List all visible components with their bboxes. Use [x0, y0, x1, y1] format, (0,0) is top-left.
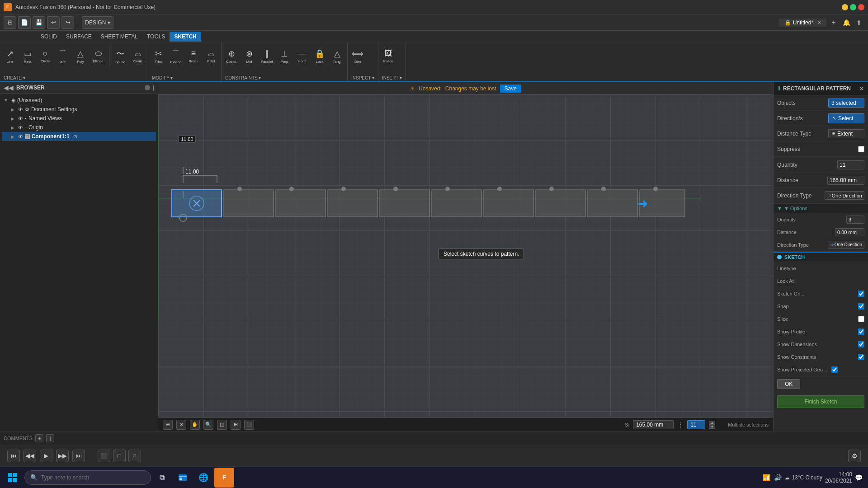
constraint-midpoint[interactable]: ⊗ Mid [241, 44, 257, 68]
skip-start-button[interactable]: ⏮ [7, 450, 20, 462]
extend-tool[interactable]: ⌒ Extend [168, 44, 184, 68]
modify-label[interactable]: MODIFY ▾ [148, 75, 221, 81]
circle-tool[interactable]: ○ Circle [37, 44, 53, 68]
tree-doc-settings[interactable]: ▶ 👁 ⚙ Document Settings [2, 105, 156, 114]
share-button[interactable]: ⬆ [854, 17, 864, 28]
viewport[interactable]: ⚠ Unsaved: Changes may be lost Save [158, 82, 773, 431]
tree-component[interactable]: ▶ 👁 □ Component1:1 ⊙ [2, 132, 156, 141]
task-view-button[interactable]: ⧉ [152, 468, 172, 488]
view-cube-button[interactable]: ⬛ [244, 420, 254, 430]
fusion360-button[interactable]: F [214, 468, 234, 488]
tree-arrow-views[interactable]: ▶ [11, 116, 16, 121]
show-constraints-checkbox[interactable] [858, 354, 864, 360]
doc-tab[interactable]: 🔒 Untitled* × [779, 19, 826, 27]
timeline-icon-1[interactable]: ⬛ [98, 450, 110, 462]
objects-value[interactable]: 3 selected [828, 99, 864, 108]
forward-button[interactable]: ▶▶ [56, 450, 69, 462]
constraints-label[interactable]: CONSTRAINTS ▾ [222, 75, 347, 81]
tab-surface[interactable]: SURFACE [61, 32, 96, 42]
save-changes-button[interactable]: Save [500, 84, 521, 93]
tab-sketch[interactable]: SKETCH [170, 32, 201, 42]
add-comment-button[interactable]: + [35, 434, 43, 442]
polygon-tool[interactable]: △ Poly [72, 44, 89, 68]
undo-button[interactable]: ↩ [47, 16, 60, 29]
pan-button[interactable]: ✋ [190, 420, 200, 430]
dir-type-dropdown[interactable]: ⇒ One Direction [825, 191, 864, 200]
playback-settings-button[interactable]: ⚙ [848, 450, 861, 462]
inspect-dim[interactable]: ⟺ Dim [349, 44, 366, 68]
ellipse-tool[interactable]: ⬭ Ellipse [90, 44, 106, 68]
play-button[interactable]: ▶ [40, 450, 52, 462]
rewind-button[interactable]: ◀◀ [24, 450, 36, 462]
insert-image[interactable]: 🖼 Image [380, 44, 396, 68]
timeline-icon-2[interactable]: ◻ [113, 450, 126, 462]
tab-sheet-metal[interactable]: SHEET METAL [96, 32, 142, 42]
zoom-button[interactable]: 🔍 [203, 420, 213, 430]
rect-tool[interactable]: ▭ Rect [19, 44, 36, 68]
options-section-header[interactable]: ▼ ▼ Options [774, 204, 868, 213]
maximize-button[interactable] [850, 4, 856, 10]
display-mode-button[interactable]: ◫ [217, 420, 227, 430]
arc-tool[interactable]: ⌒ Arc [55, 44, 71, 68]
canvas-area[interactable]: 11.00 ➜ 11.00 Select sketch curves to pa… [158, 95, 773, 431]
tree-unsaved[interactable]: ▼ ◈ (Unsaved) [2, 95, 156, 105]
comments-expand-button[interactable]: | [46, 434, 54, 442]
grid-button[interactable]: ⊞ [231, 420, 241, 430]
snap-checkbox[interactable] [858, 303, 864, 310]
show-projected-checkbox[interactable] [831, 366, 838, 373]
notification-center-icon[interactable]: 💬 [855, 474, 863, 481]
tree-arrow-unsaved[interactable]: ▼ [4, 98, 9, 103]
tab-tools[interactable]: TOOLS [142, 32, 170, 42]
tab-solid[interactable]: SOLID [36, 32, 61, 42]
quantity-input[interactable] [687, 420, 705, 429]
transform-button[interactable]: ⊕ [163, 420, 173, 430]
taskbar-search[interactable]: 🔍 [24, 470, 151, 485]
constraint-horiz[interactable]: — Horiz [294, 44, 310, 68]
insert-label[interactable]: INSERT ▾ [378, 75, 406, 81]
opt-distance-field[interactable] [837, 230, 862, 235]
constraint-parallel[interactable]: ∥ Parallel [259, 44, 275, 68]
lock-tool[interactable]: 🔒 Lock [311, 44, 328, 68]
distance-field[interactable] [830, 177, 862, 183]
create-label[interactable]: CREATE ▾ [0, 75, 148, 81]
minimize-button[interactable] [842, 4, 848, 10]
tangent-tool[interactable]: △ Tang. [329, 44, 345, 68]
options-icon[interactable]: ⋮ [677, 421, 684, 428]
quantity-field[interactable] [840, 162, 858, 168]
save-button[interactable]: 💾 [33, 16, 45, 29]
search-input[interactable] [41, 474, 145, 481]
spline-tool[interactable]: 〜 Spline [112, 44, 128, 68]
design-dropdown[interactable]: DESIGN ▾ [82, 16, 113, 29]
new-tab-button[interactable]: + [828, 17, 839, 28]
fillet-tool[interactable]: ⌓ Fillet [203, 44, 219, 68]
tab-close[interactable]: × [818, 19, 821, 26]
select-direction-button[interactable]: ↖ Select [828, 113, 864, 123]
line-tool[interactable]: ↗ Line [2, 44, 18, 68]
tree-arrow-doc[interactable]: ▶ [11, 107, 16, 112]
ok-button[interactable]: OK [777, 379, 800, 389]
sketch-grid-checkbox[interactable] [858, 291, 864, 297]
redo-button[interactable]: ↪ [61, 16, 74, 29]
start-button[interactable] [2, 467, 24, 488]
browser-collapse-button[interactable]: ◀◀ [4, 84, 14, 91]
timeline-icon-3[interactable]: ≡ [128, 450, 141, 462]
browser-expand-icon[interactable]: | [153, 84, 154, 91]
tree-arrow-component[interactable]: ▶ [11, 134, 16, 139]
apps-button[interactable]: ⊞ [4, 16, 16, 29]
close-button[interactable] [858, 4, 864, 10]
conic-tool[interactable]: ⌓ Conic [130, 44, 146, 68]
inspect-label[interactable]: INSPECT ▾ [348, 75, 378, 81]
chrome-button[interactable]: 🌐 [193, 468, 213, 488]
step-down[interactable]: ▼ [709, 425, 715, 429]
scissors-tool[interactable]: ✂ Trim [150, 44, 166, 68]
explorer-button[interactable] [173, 468, 193, 488]
orbit-button[interactable]: ⊙ [176, 420, 186, 430]
notification-button[interactable]: 🔔 [841, 17, 852, 28]
constraint-perp[interactable]: ⊥ Perp [276, 44, 292, 68]
file-menu-button[interactable]: 📄 [18, 16, 31, 29]
panel-close-button[interactable]: × [860, 85, 863, 92]
opt-dir-type-dropdown[interactable]: ⇒ One Direction [828, 241, 864, 249]
tree-arrow-origin[interactable]: ▶ [11, 125, 16, 130]
quantity-stepper[interactable]: ▲ ▼ [709, 421, 715, 429]
distance-type-dropdown[interactable]: ⊞ Extent [828, 129, 864, 138]
